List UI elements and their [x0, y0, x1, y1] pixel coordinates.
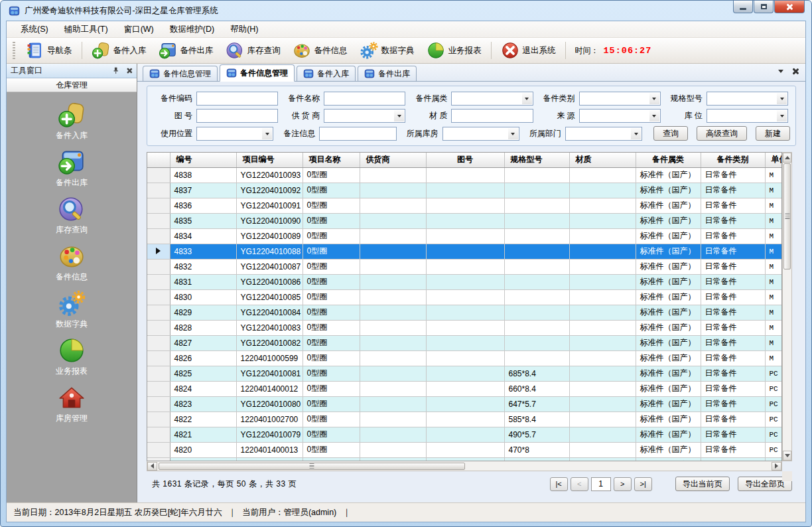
table-row[interactable]: 4825 YG12204010081 0型圈 685*8.4 标准件（国产）: [147, 366, 782, 381]
table-row[interactable]: 4824 1220401400012 0型圈 660*8.4 标准件（国产）: [147, 381, 782, 396]
table-row[interactable]: 4836 YG12204010091 0型圈 标准件（国产）: [147, 198, 782, 213]
dropdown-arrow-icon[interactable]: [508, 128, 518, 139]
minimize-button[interactable]: [733, 1, 753, 13]
filter-field-input[interactable]: [320, 127, 395, 140]
table-row[interactable]: 4827 YG12204010082 0型圈 标准件（国产）: [147, 335, 782, 350]
row-selector-cell[interactable]: [147, 396, 170, 412]
table-row[interactable]: 4833 YG12204010088 0型圈 标准件（国产）: [147, 244, 782, 259]
row-selector-cell[interactable]: [147, 244, 170, 259]
table-row[interactable]: 4837 YG12204010092 0型圈 标准件（国产）: [147, 183, 782, 198]
row-selector-cell[interactable]: [147, 335, 170, 350]
table-row[interactable]: 4829 YG12204010084 0型圈 标准件（国产）: [147, 305, 782, 320]
dropdown-arrow-icon[interactable]: [522, 93, 532, 104]
horizontal-scroll-thumb[interactable]: [159, 463, 465, 470]
row-selector-cell[interactable]: [147, 305, 170, 320]
last-page-button[interactable]: >|: [634, 477, 652, 491]
row-selector-cell[interactable]: [147, 442, 170, 457]
sidebar-item[interactable]: 业务报表: [56, 337, 88, 377]
row-selector-cell[interactable]: [147, 167, 170, 183]
next-page-button[interactable]: >: [614, 477, 632, 491]
sidebar-group-header[interactable]: 仓库管理: [7, 78, 137, 92]
table-row[interactable]: 4820 1220401400013 0型圈 470*8 标准件（国产）: [147, 442, 782, 457]
filter-field-input[interactable]: [197, 110, 277, 122]
row-selector-cell[interactable]: [147, 427, 170, 442]
filter-field-input[interactable]: [566, 127, 642, 140]
pin-icon[interactable]: [111, 66, 120, 75]
toolbar-action-button[interactable]: 备件信息: [287, 39, 353, 62]
dropdown-arrow-icon[interactable]: [777, 110, 787, 121]
tab-close-icon[interactable]: [791, 68, 799, 75]
row-selector-cell[interactable]: [147, 198, 170, 213]
filter-field-control[interactable]: [196, 92, 278, 106]
filter-field-control[interactable]: [579, 92, 661, 106]
filter-field-control[interactable]: [707, 109, 788, 123]
menu-item[interactable]: 系统(S): [13, 22, 56, 37]
vertical-scrollbar[interactable]: [782, 152, 792, 461]
prev-page-button[interactable]: <: [571, 477, 588, 491]
row-selector-cell[interactable]: [147, 228, 170, 244]
close-button[interactable]: [774, 1, 805, 13]
dropdown-arrow-icon[interactable]: [649, 110, 659, 121]
table-row[interactable]: 4828 YG12204010083 0型圈 标准件（国产）: [147, 320, 782, 335]
row-selector-cell[interactable]: [147, 259, 170, 274]
column-header[interactable]: 规格型号: [504, 153, 569, 167]
export-current-page-button[interactable]: 导出当前页: [675, 477, 730, 491]
table-row[interactable]: 4823 YG12204010080 0型圈 647*5.7 标准件（国产）: [147, 396, 782, 412]
tab[interactable]: 备件信息管理: [143, 66, 218, 81]
row-selector-cell[interactable]: [147, 274, 170, 289]
dropdown-arrow-icon[interactable]: [262, 128, 272, 139]
row-selector-cell[interactable]: [147, 412, 170, 427]
dropdown-arrow-icon[interactable]: [394, 110, 404, 121]
toolbar-action-button[interactable]: 备件入库: [86, 39, 152, 62]
filter-field-control[interactable]: [579, 109, 661, 123]
vertical-scroll-thumb[interactable]: [783, 163, 791, 269]
filter-field-control[interactable]: [324, 109, 405, 123]
filter-field-control[interactable]: [707, 92, 788, 106]
horizontal-scrollbar[interactable]: [147, 461, 782, 471]
row-selector-cell[interactable]: [147, 183, 170, 198]
scroll-down-button[interactable]: [783, 451, 791, 461]
filter-field-control[interactable]: [451, 92, 533, 106]
column-header[interactable]: 供货商: [360, 153, 426, 167]
table-row[interactable]: 4834 YG12204010089 0型圈 标准件（国产）: [147, 228, 782, 244]
menu-item[interactable]: 辅助工具(T): [57, 22, 115, 37]
column-header[interactable]: 项目名称: [303, 153, 360, 167]
row-selector-cell[interactable]: [147, 213, 170, 228]
filter-field-input[interactable]: [452, 92, 532, 105]
toolbar-grip[interactable]: [13, 42, 15, 59]
filter-button[interactable]: 新建: [756, 126, 790, 141]
tab[interactable]: 备件信息管理: [220, 64, 295, 82]
scroll-right-button[interactable]: [772, 462, 781, 471]
table-row[interactable]: 4838 YG12204010093 0型圈 标准件（国产）: [147, 167, 782, 183]
sidebar-item[interactable]: 备件入库: [56, 101, 88, 141]
page-number-input[interactable]: [591, 477, 611, 491]
filter-field-control[interactable]: [196, 109, 278, 123]
table-row[interactable]: 4826 1220401000599 0型圈 标准件（国产）: [147, 350, 782, 366]
filter-field-control[interactable]: [451, 109, 533, 123]
first-page-button[interactable]: |<: [550, 477, 568, 491]
filter-field-input[interactable]: [443, 127, 519, 140]
toolbar-action-button[interactable]: 业务报表: [421, 39, 487, 62]
dropdown-arrow-icon[interactable]: [777, 93, 787, 104]
sidebar-item[interactable]: 库存查询: [56, 195, 88, 236]
filter-field-control[interactable]: [324, 92, 405, 106]
column-header[interactable]: 备件属类: [636, 153, 701, 167]
column-header[interactable]: 备件类别: [701, 153, 765, 167]
filter-field-control[interactable]: [319, 127, 396, 141]
toolbar-navbar-button[interactable]: 导航条: [20, 39, 78, 62]
filter-field-input[interactable]: [197, 92, 277, 105]
filter-field-input[interactable]: [580, 92, 660, 105]
menu-item[interactable]: 帮助(H): [223, 22, 265, 37]
dropdown-arrow-icon[interactable]: [649, 93, 659, 104]
column-header[interactable]: 图号: [426, 153, 504, 167]
filter-field-input[interactable]: [452, 110, 532, 122]
column-header[interactable]: 项目编号: [236, 153, 303, 167]
maximize-button[interactable]: [754, 1, 774, 13]
row-selector-cell[interactable]: [147, 320, 170, 335]
filter-field-input[interactable]: [707, 110, 787, 122]
tab[interactable]: 备件出库: [358, 66, 417, 81]
filter-field-control[interactable]: [442, 127, 519, 141]
table-row[interactable]: 4821 YG12204010079 0型圈 490*5.7 标准件（国产）: [147, 427, 782, 442]
filter-field-input[interactable]: [324, 92, 405, 105]
row-selector-cell[interactable]: [147, 289, 170, 305]
